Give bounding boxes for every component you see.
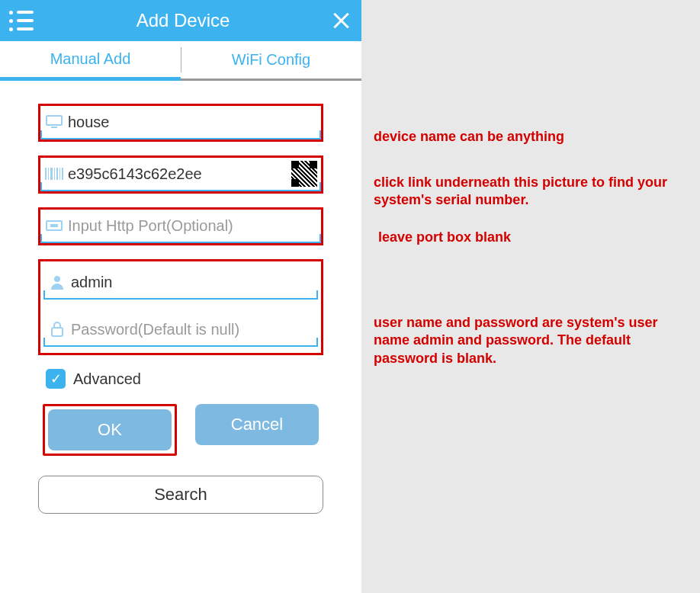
svg-rect-10 [50,224,58,227]
annotation-credentials: user name and password are system's user… [374,314,694,367]
header-bar: Add Device [0,0,361,41]
credentials-group [38,259,323,355]
advanced-label: Advanced [73,370,141,388]
action-buttons: OK Cancel [38,404,323,456]
ok-button[interactable]: OK [48,409,172,450]
device-name-input[interactable] [65,114,318,131]
advanced-toggle[interactable]: ✓ Advanced [46,369,323,389]
port-icon [43,219,65,232]
annotation-port: leave port box blank [378,229,511,246]
password-input[interactable] [68,321,315,338]
qr-scan-button[interactable] [291,160,318,188]
menu-icon[interactable] [9,7,37,34]
svg-point-11 [54,276,60,282]
svg-rect-4 [50,168,53,180]
form-area: ✓ Advanced OK Cancel [0,81,361,476]
svg-rect-7 [59,168,60,180]
tab-manual-add[interactable]: Manual Add [0,41,181,81]
username-input[interactable] [68,274,315,291]
checkbox-checked-icon: ✓ [46,369,66,389]
serial-group [38,155,323,194]
tab-wifi-config[interactable]: WiFi Config [181,41,361,79]
page-title: Add Device [136,10,230,31]
svg-rect-8 [62,168,63,180]
qr-icon [291,161,317,187]
cancel-button[interactable]: Cancel [195,404,319,445]
serial-input[interactable] [65,165,291,183]
device-name-group [38,104,323,142]
ok-highlight: OK [43,404,177,456]
svg-rect-3 [48,168,49,180]
annotation-device-name: device name can be anything [374,128,564,146]
svg-rect-12 [52,328,63,336]
svg-rect-0 [47,116,62,125]
port-group [38,207,323,245]
port-input[interactable] [65,217,318,235]
search-button[interactable]: Search [38,476,323,514]
close-icon[interactable] [329,9,352,32]
tab-label: Manual Add [50,50,131,68]
monitor-icon [43,115,65,129]
ok-label: OK [98,420,122,440]
cancel-label: Cancel [231,415,283,434]
barcode-icon [43,168,65,180]
svg-rect-2 [45,168,47,180]
svg-rect-1 [51,127,57,128]
tab-bar: Manual Add WiFi Config [0,41,361,81]
lock-icon [47,322,68,337]
app-panel: Add Device Manual Add WiFi Config [0,0,361,593]
svg-rect-6 [56,168,58,180]
user-icon [47,274,68,290]
tab-label: WiFi Config [232,51,310,69]
annotation-serial: click link underneath this picture to fi… [374,174,694,210]
svg-rect-5 [54,168,55,180]
search-label: Search [154,485,207,505]
